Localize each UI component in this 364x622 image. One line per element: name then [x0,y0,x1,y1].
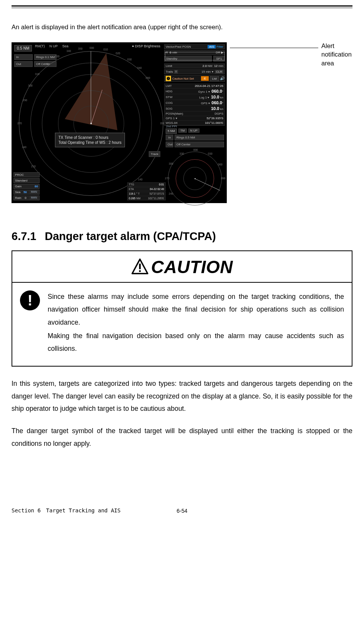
range-in-2-button[interactable]: In [166,135,173,140]
bearing-tick: 290 [23,99,27,102]
vector-row[interactable]: Vector/Past POSN AIS Filter [164,44,225,49]
bearing-tick: 000 [193,148,198,151]
warning-icon [166,76,171,81]
caution-paragraph: Since these alarms may include some erro… [48,290,344,329]
second-ppi-panel: 2nd PPI 5 NM TM N UP In Rings 0.5 NM Out… [165,124,225,201]
bearing-tick: 050 [146,77,150,79]
ais-badge[interactable]: AIS [208,45,216,48]
own-ship-icon [90,123,92,124]
bearing-tick: 330 [55,55,60,58]
heading-title: Danger target alarm (CPA/TCPA) [45,230,216,242]
footer-section: Section 6 Target Tracking and AIS [12,507,121,514]
bearing-tick: 210 [31,165,36,168]
bearing-tick: 090 [221,177,226,180]
callout-text: area [321,60,334,67]
bearing-tick: 330 [180,152,184,155]
gain-control[interactable]: Gain80 [13,184,40,189]
bearing-tick: 270 [165,177,170,180]
ttg-display: TTG0:01 [127,182,166,187]
proc-standard-button[interactable]: Standard [13,178,40,183]
heading-line [91,51,91,123]
intro-text: An alert is displayed in the alert notif… [12,23,352,31]
caution-box: CAUTION ! Since these alarms may include… [12,250,352,367]
bearing-tick: 010 [103,48,108,51]
caution-paragraph: Making the final navigation decision bas… [48,330,344,355]
standby-button[interactable]: Standby [164,56,212,62]
speaker-icon[interactable]: 🔊 [220,76,224,81]
bearing-tick: 340 [66,50,71,52]
trails-row[interactable]: Trails T 15 min ▾ CLR [164,69,225,74]
rings-2-button[interactable]: Rings 0.5 NM [175,135,224,140]
proc-label: PROC [13,172,40,177]
heading-number: 6.7.1 [12,230,37,242]
tooltip-line: Total Operating Time of WS : 2 hours [58,140,121,145]
section-heading: 6.7.1Danger target alarm (CPA/TCPA) [12,230,352,243]
alert-notification-bar[interactable]: Caution Not Set 4 List 🔊 [164,75,225,82]
sp1-button[interactable]: SP1 [213,56,225,62]
eta-display: ETA04-22 02:49 [127,187,166,191]
second-ppi-title: 2nd PPI [165,124,225,128]
svg-rect-4 [139,263,141,269]
caution-triangle-icon [131,258,149,276]
gps-source-select[interactable]: GPS ▾ [201,102,210,105]
body-paragraph: The danger target symbol of the tracked … [12,425,352,450]
scanner-tooltip: TX Time of Scanner : 0 hours Total Opera… [55,133,125,147]
range-badge-2[interactable]: 5 NM [166,128,177,134]
rain-control[interactable]: Rain0MAN [13,195,40,200]
bearing-tick: 030 [208,152,213,155]
radar-screenshot: 0.5 NM RM(T) N UP Sea ● DISP Brightness … [12,42,227,203]
second-ppi-scope[interactable]: 000 030 060 090 240 270 300 330 [165,148,225,208]
bearing-tick: 030 [127,58,132,61]
range-display: 0.285 NM101°11.295'E [127,196,166,200]
clear-trails-button[interactable]: CLR [215,70,223,73]
stw-source-select[interactable]: Log 1 ▾ [199,96,209,99]
bearing-tick: 310 [35,73,40,75]
filter-button[interactable]: Filter [216,45,223,48]
tm-button[interactable]: TM [178,128,187,133]
bearing-tick: 140 [138,178,143,181]
posn-source-select[interactable]: GPS 1 ▾ [166,117,177,120]
callout-text: Alert notification [321,42,352,58]
own-ship-data: LMT2014-04-21 17:47:26 HDGGyro 1 ▾ 060.0… [164,83,225,126]
mandatory-icon: ! [19,290,41,355]
track-button[interactable]: Track [149,151,160,157]
bearing-display: 119.1 ° T52°27.071'S [127,192,166,196]
callout: Alert notification area [230,44,352,48]
alert-list-button[interactable]: List [210,76,219,81]
footer-page-number: 6-54 [176,508,187,514]
page-footer: Section 6 Target Tracking and AIS 6-54 [12,507,352,522]
heading-source-select[interactable]: Gyro 1 ▾ [198,90,210,93]
page-top-rule [12,5,352,8]
alert-message: Caution Not Set [172,77,200,80]
bearing-tick: 270 [17,122,22,125]
alert-count-badge[interactable]: 4 [201,76,209,81]
vector-length-row[interactable]: R 6 min DR ▶ [164,50,225,55]
svg-rect-1 [168,78,169,79]
bearing-tick: 300 [28,84,33,87]
sea-control[interactable]: Sea50MAN [13,190,40,195]
off-center-2-button[interactable]: Off Center [175,142,224,147]
svg-rect-2 [168,79,169,80]
body-paragraph: In this system, targets are categorized … [12,377,352,415]
bearing-tick: 060 [218,163,223,166]
bearing-tick: 300 [169,162,173,165]
bearing-tick: 240 [22,146,27,148]
tooltip-line: TX Time of Scanner : 0 hours [58,135,108,140]
bearing-tick: 020 [116,52,120,55]
bearing-tick: 320 [44,63,49,65]
nup-button[interactable]: N UP [188,128,199,133]
bearing-tick: 000 [90,47,94,49]
bearing-tick: 240 [169,192,173,195]
bearing-tick: 040 [137,67,142,69]
svg-rect-5 [139,270,141,272]
caution-word: CAUTION [151,257,233,277]
cpa-limit-row[interactable]: Limit 2.0 NM 12 min [164,63,225,68]
bearing-tick: 350 [78,47,83,50]
range-out-2-button[interactable]: Out [166,142,173,147]
